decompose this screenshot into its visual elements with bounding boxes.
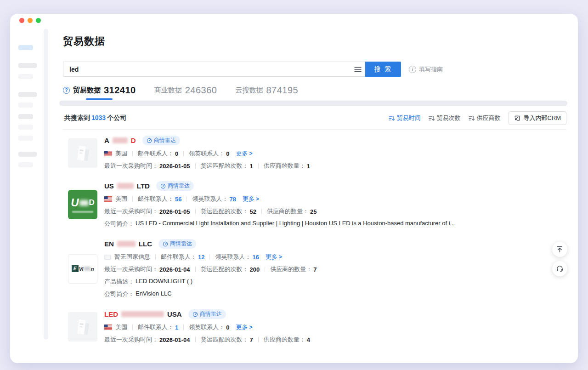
company-name[interactable]: AD: [104, 137, 136, 144]
freight-match-label: 货运匹配的次数：: [201, 265, 249, 273]
divider: [195, 163, 196, 169]
tab-云搜数据[interactable]: 云搜数据 874195: [236, 85, 299, 100]
horizontal-scrollbar[interactable]: [59, 101, 567, 106]
sidebar-skeleton-item: [18, 162, 33, 167]
more-link[interactable]: 更多>: [236, 323, 252, 331]
supplier-count-value: 1: [307, 163, 310, 170]
sidebar-skeleton-item: [18, 136, 33, 141]
radar-badge[interactable]: 商情雷达: [158, 239, 196, 249]
tab-商业数据[interactable]: 商业数据 246360: [154, 85, 217, 100]
divider: [261, 209, 262, 214]
results-count-prefix: 共搜索到: [64, 114, 90, 121]
divider: [183, 324, 184, 330]
radar-icon: [147, 138, 152, 143]
results-panel: 共搜索到1033个公司 贸易时间 贸易次数 供应商数 导入内部CRM: [63, 111, 566, 344]
company-list-item[interactable]: UD USLTD 商情雷达 美国 邮件联系人： 56 领英联系人： 78 更多>: [63, 181, 566, 228]
radar-badge[interactable]: 商情雷达: [188, 309, 226, 319]
company-list: AD 商情雷达 美国 邮件联系人： 0 领英联系人： 0 更多> 最近一次采购时…: [63, 136, 566, 344]
tab-贸易数据[interactable]: ? 贸易数据 312410: [63, 85, 136, 100]
headset-icon: [556, 265, 564, 273]
sort-icon: [389, 115, 395, 121]
divider: [209, 254, 210, 260]
redacted-text: [117, 183, 134, 189]
search-input-box[interactable]: [63, 62, 365, 77]
company-name[interactable]: USLTD: [104, 182, 150, 190]
sidebar-skeleton-item: [18, 114, 33, 119]
divider: [155, 254, 156, 260]
country-flag: [104, 324, 112, 330]
sort-label: 贸易次数: [436, 114, 460, 122]
help-circle-icon[interactable]: ?: [63, 87, 70, 94]
results-count-number: 1033: [91, 114, 106, 121]
linkedin-contacts-value: 0: [226, 150, 229, 157]
info-icon: i: [409, 66, 416, 73]
fill-guide-link[interactable]: i 填写指南: [409, 65, 443, 74]
radar-badge[interactable]: 商情雷达: [156, 181, 194, 191]
email-contacts-value: 0: [175, 150, 178, 157]
redacted-text: [121, 311, 164, 317]
search-input[interactable]: [63, 66, 351, 73]
supplier-count-value: 25: [310, 208, 317, 215]
page-title: 贸易数据: [63, 34, 566, 48]
company-list-item[interactable]: EVin ENLLC 商情雷达 暂无国家信息 邮件联系人： 12 领英联系人： …: [63, 239, 566, 298]
divider: [183, 151, 184, 156]
company-profile-value: EnVision LLC: [136, 290, 172, 298]
company-name[interactable]: ENLLC: [104, 240, 152, 248]
more-link[interactable]: 更多>: [266, 253, 282, 261]
building-placeholder-icon: [74, 318, 91, 336]
radar-badge-label: 商情雷达: [154, 137, 176, 144]
company-list-item[interactable]: AD 商情雷达 美国 邮件联系人： 0 领英联系人： 0 更多> 最近一次采购时…: [63, 136, 566, 170]
maximize-window-button[interactable]: [36, 18, 41, 23]
no-country-icon: [104, 255, 111, 260]
import-crm-label: 导入内部CRM: [523, 114, 561, 122]
radar-badge[interactable]: 商情雷达: [142, 136, 180, 145]
divider: [195, 209, 196, 214]
country-label: 美国: [115, 323, 127, 331]
us-flag-icon: [104, 151, 112, 156]
search-button[interactable]: 搜 索: [365, 62, 401, 77]
sidebar-skeleton-item: [18, 63, 37, 68]
radar-badge-label: 商情雷达: [170, 240, 192, 248]
radar-badge-label: 商情雷达: [200, 310, 222, 318]
tab-label: 云搜数据: [236, 86, 263, 95]
last-purchase-value: 2026-01-05: [159, 208, 190, 215]
divider: [258, 163, 259, 169]
last-purchase-value: 2026-01-05: [159, 163, 190, 170]
minimize-window-button[interactable]: [28, 18, 33, 23]
country-label: 暂无国家信息: [114, 253, 150, 261]
company-name-part: LLC: [139, 240, 152, 248]
sort-供应商数[interactable]: 供应商数: [469, 114, 500, 122]
sort-贸易次数[interactable]: 贸易次数: [429, 114, 460, 122]
sort-icon: [469, 115, 475, 121]
radar-icon: [163, 241, 168, 247]
email-contacts-label: 邮件联系人：: [138, 149, 174, 158]
app-window: 贸易数据 搜 索 i 填写指南 ? 贸易数据 312410 商业数据 24636…: [10, 14, 578, 363]
sort-label: 供应商数: [476, 114, 500, 122]
us-flag-icon: [104, 196, 112, 202]
redacted-text: [117, 241, 136, 247]
more-link[interactable]: 更多>: [236, 149, 252, 158]
company-name[interactable]: LEDUSA: [104, 310, 182, 318]
us-flag-icon: [104, 324, 112, 330]
close-window-button[interactable]: [19, 18, 24, 23]
back-to-top-button[interactable]: [552, 242, 567, 257]
last-purchase-label: 最近一次采购时间：: [104, 162, 158, 170]
freight-match-value: 200: [250, 266, 260, 273]
supplier-count-label: 供应商的数量：: [267, 207, 309, 216]
linkedin-contacts-label: 领英联系人：: [189, 323, 225, 331]
freight-match-label: 货运匹配的次数：: [201, 207, 249, 216]
customer-service-button[interactable]: [552, 261, 567, 276]
sort-贸易时间[interactable]: 贸易时间: [389, 114, 420, 122]
company-profile-value: US LED - Commercial Light Installation a…: [136, 220, 455, 228]
more-link[interactable]: 更多>: [243, 195, 259, 203]
last-purchase-value: 2026-01-04: [159, 336, 190, 343]
filter-lines-icon[interactable]: [351, 66, 365, 73]
freight-match-value: 52: [250, 208, 256, 215]
radar-badge-label: 商情雷达: [168, 182, 190, 190]
email-contacts-value: 1: [175, 324, 178, 331]
divider: [132, 196, 133, 202]
company-list-item[interactable]: LEDUSA 商情雷达 美国 邮件联系人： 1 领英联系人： 0 更多> 最近一…: [63, 309, 566, 344]
company-name-part: A: [104, 137, 109, 144]
import-crm-button[interactable]: 导入内部CRM: [509, 111, 566, 125]
tab-count: 246360: [185, 85, 217, 96]
